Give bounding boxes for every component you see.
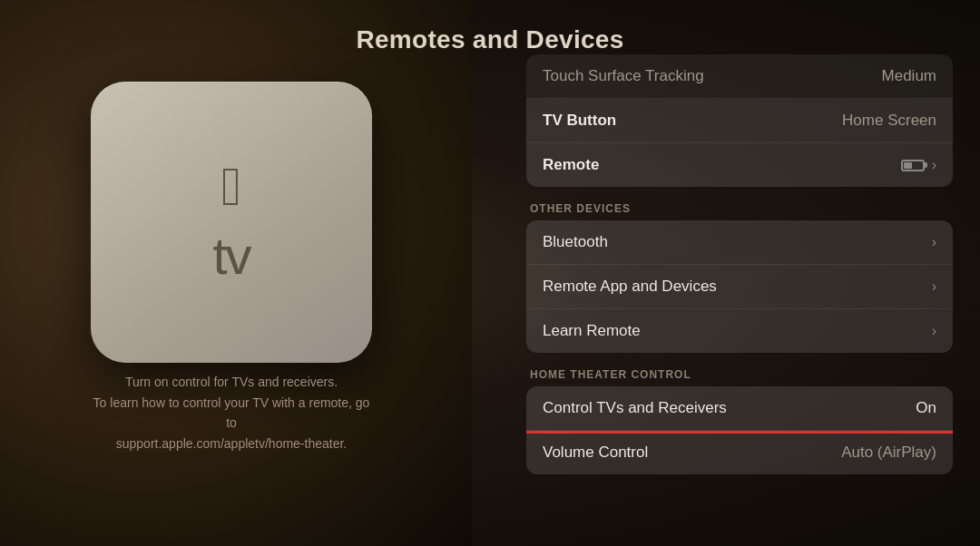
control-tvs-row[interactable]: Control TVs and Receivers On [526, 386, 953, 431]
device-caption: Turn on control for TVs and receivers. T… [91, 372, 372, 453]
touch-surface-value: Medium [882, 67, 936, 85]
other-devices-section-label: OTHER DEVICES [526, 190, 953, 220]
control-tvs-value: On [916, 399, 936, 417]
other-devices-group: Bluetooth › Remote App and Devices › Lea… [526, 220, 953, 353]
tv-button-value: Home Screen [842, 112, 936, 130]
battery-fill [904, 162, 912, 169]
control-tvs-label: Control TVs and Receivers [543, 399, 727, 417]
learn-remote-row[interactable]: Learn Remote › [526, 309, 953, 353]
learn-remote-label: Learn Remote [543, 322, 641, 340]
battery-body [901, 160, 925, 171]
remote-value: › [901, 157, 936, 173]
volume-control-row[interactable]: Volume Control Auto (AirPlay) [526, 431, 953, 474]
bluetooth-row[interactable]: Bluetooth › [526, 220, 953, 265]
remote-row[interactable]: Remote › [526, 143, 953, 187]
learn-remote-chevron: › [932, 323, 936, 339]
touch-surface-label: Touch Surface Tracking [543, 67, 704, 85]
device-box:  tv [91, 82, 372, 363]
volume-control-label: Volume Control [543, 444, 648, 462]
apple-logo-icon:  [221, 160, 241, 214]
on-label: On [916, 399, 936, 417]
page-title: Remotes and Devices [356, 25, 623, 54]
remote-app-row[interactable]: Remote App and Devices › [526, 265, 953, 309]
tv-button-label: TV Button [543, 112, 616, 130]
tv-text: tv [212, 225, 250, 286]
remote-app-chevron: › [932, 278, 936, 295]
bluetooth-chevron-icon: › [932, 234, 936, 250]
volume-control-value: Auto (AirPlay) [841, 444, 936, 462]
tv-button-row[interactable]: TV Button Home Screen [526, 99, 953, 143]
remote-app-label: Remote App and Devices [543, 278, 717, 296]
touch-surface-row[interactable]: Touch Surface Tracking Medium [526, 54, 953, 99]
home-theater-section-label: HOME THEATER CONTROL [526, 356, 953, 386]
remote-label: Remote [543, 156, 599, 174]
battery-icon [901, 160, 925, 171]
home-theater-group: Control TVs and Receivers On Volume Cont… [526, 386, 953, 474]
caption-line3: support.apple.com/appletv/home-theater. [116, 436, 348, 451]
device-content:  tv [212, 160, 250, 286]
remote-chevron-icon: › [932, 157, 936, 173]
bluetooth-label: Bluetooth [543, 233, 608, 251]
caption-line1: Turn on control for TVs and receivers. [125, 375, 338, 389]
device-container:  tv Turn on control for TVs and receive… [91, 82, 372, 363]
apple-remote-group: Touch Surface Tracking Medium TV Button … [526, 54, 953, 187]
bluetooth-chevron: › [932, 234, 936, 250]
remote-app-chevron-icon: › [932, 278, 936, 295]
settings-panel: Touch Surface Tracking Medium TV Button … [526, 54, 953, 477]
caption-line2: To learn how to control your TV with a r… [93, 395, 370, 430]
learn-remote-chevron-icon: › [932, 323, 936, 339]
